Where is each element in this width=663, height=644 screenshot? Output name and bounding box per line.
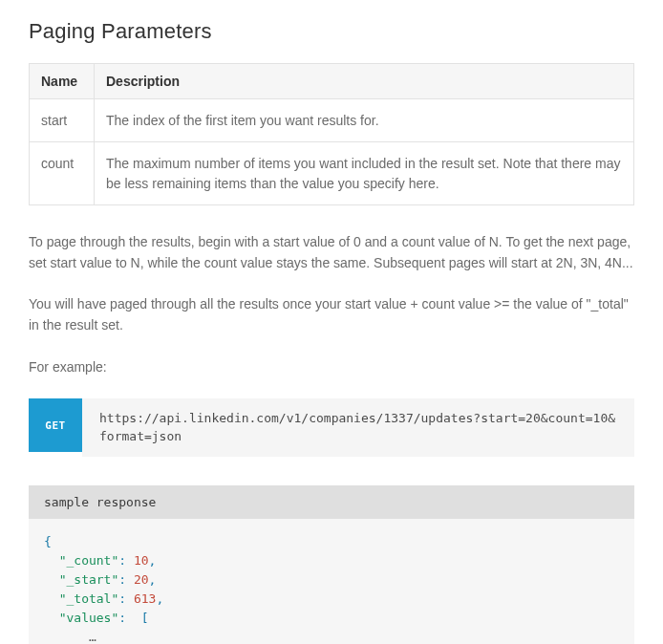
paging-example-label: For example: <box>29 357 634 378</box>
col-header-description: Description <box>95 64 634 99</box>
param-name: start <box>30 99 95 142</box>
param-name: count <box>30 142 95 205</box>
paging-params-table: Name Description start The index of the … <box>29 63 634 205</box>
page-title: Paging Parameters <box>29 19 634 44</box>
col-header-name: Name <box>30 64 95 99</box>
code-sample-body: { "_count": 10, "_start": 20, "_total": … <box>29 519 634 644</box>
table-row: start The index of the first item you wa… <box>30 99 634 142</box>
json-key: "_total" <box>59 591 119 606</box>
json-value: 20 <box>134 572 149 587</box>
table-row: count The maximum number of items you wa… <box>30 142 634 205</box>
http-request-block: GET https://api.linkedin.com/v1/companie… <box>29 398 634 456</box>
param-description: The maximum number of items you want inc… <box>95 142 634 205</box>
code-sample-header: sample response <box>29 485 634 519</box>
json-key: "_count" <box>59 553 119 568</box>
json-ellipsis: … <box>89 630 96 644</box>
http-method-badge: GET <box>29 398 82 452</box>
json-key: "_start" <box>59 572 119 587</box>
paging-explanation-2: You will have paged through all the resu… <box>29 294 634 335</box>
http-url: https://api.linkedin.com/v1/companies/13… <box>82 398 634 456</box>
param-description: The index of the first item you want res… <box>95 99 634 142</box>
json-value: 613 <box>134 591 156 606</box>
json-value: 10 <box>134 553 149 568</box>
json-key: "values" <box>59 611 119 625</box>
paging-explanation-1: To page through the results, begin with … <box>29 232 634 273</box>
